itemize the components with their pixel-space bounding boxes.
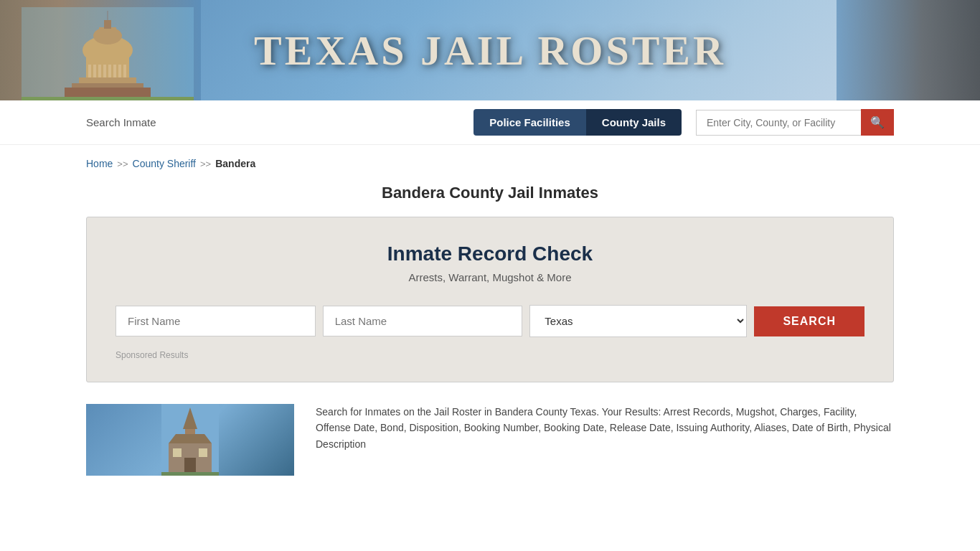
svg-rect-26 <box>199 448 207 457</box>
page-title: Bandera County Jail Inmates <box>14 184 966 202</box>
capitol-image <box>22 7 194 100</box>
facility-search-input[interactable] <box>696 110 861 136</box>
breadcrumb-home[interactable]: Home <box>86 158 113 169</box>
bottom-section: Search for Inmates on the Jail Roster in… <box>0 397 980 483</box>
record-search-button[interactable]: SEARCH <box>754 306 864 336</box>
location-image <box>86 404 294 476</box>
svg-rect-7 <box>88 65 91 77</box>
record-check-box: Inmate Record Check Arrests, Warrant, Mu… <box>86 217 894 382</box>
nav-tabs: Police Facilities County Jails <box>473 109 682 136</box>
svg-rect-24 <box>184 458 196 472</box>
navbar: Search Inmate Police Facilities County J… <box>0 100 980 145</box>
facility-search-button[interactable]: 🔍 <box>861 109 894 136</box>
search-icon: 🔍 <box>870 116 885 129</box>
breadcrumb-county-sheriff[interactable]: County Sheriff <box>133 158 196 169</box>
breadcrumb-current: Bandera <box>215 158 255 169</box>
page-title-section: Bandera County Jail Inmates <box>0 176 980 217</box>
bottom-description: Search for Inmates on the Jail Roster in… <box>316 404 894 452</box>
svg-rect-15 <box>79 77 136 83</box>
breadcrumb-sep-2: >> <box>200 159 211 169</box>
svg-rect-5 <box>104 20 111 29</box>
svg-rect-18 <box>22 97 194 100</box>
banner-title: Texas Jail Roster <box>254 27 726 75</box>
svg-rect-11 <box>108 65 111 77</box>
svg-rect-10 <box>103 65 106 77</box>
svg-rect-13 <box>118 65 121 77</box>
record-check-title: Inmate Record Check <box>116 242 864 265</box>
svg-marker-22 <box>169 434 212 443</box>
breadcrumb-sep-1: >> <box>117 159 128 169</box>
tab-police-facilities[interactable]: Police Facilities <box>473 109 586 136</box>
svg-rect-12 <box>113 65 116 77</box>
last-name-input[interactable] <box>323 306 523 336</box>
nav-search-wrapper: 🔍 <box>696 109 894 136</box>
svg-rect-2 <box>86 50 129 79</box>
sponsored-label: Sponsored Results <box>116 350 864 360</box>
record-check-form: AlabamaAlaskaArizonaArkansasCaliforniaCo… <box>116 305 864 337</box>
svg-rect-9 <box>98 65 101 77</box>
breadcrumb: Home >> County Sheriff >> Bandera <box>0 145 980 176</box>
svg-rect-14 <box>123 65 126 77</box>
state-select[interactable]: AlabamaAlaskaArizonaArkansasCaliforniaCo… <box>529 305 747 337</box>
tab-county-jails[interactable]: County Jails <box>586 109 682 136</box>
svg-rect-4 <box>99 27 116 37</box>
first-name-input[interactable] <box>116 306 316 336</box>
svg-rect-16 <box>72 83 143 88</box>
svg-rect-8 <box>93 65 96 77</box>
search-inmate-label: Search Inmate <box>86 116 459 128</box>
banner-bg-right <box>837 0 980 100</box>
site-banner: Texas Jail Roster <box>0 0 980 100</box>
svg-rect-27 <box>161 472 219 476</box>
location-image-inner <box>86 404 294 476</box>
record-check-subtitle: Arrests, Warrant, Mugshot & More <box>116 271 864 283</box>
church-steeple-icon <box>161 404 219 476</box>
svg-rect-25 <box>173 448 182 457</box>
